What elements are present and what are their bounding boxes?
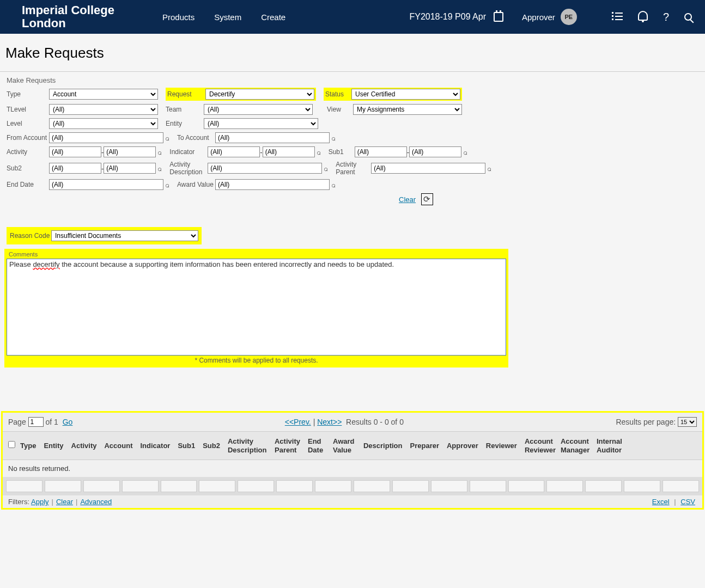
export-excel-link[interactable]: Excel [652,498,670,506]
col-approver[interactable]: Approver [445,442,481,450]
rpp-select[interactable]: 15 [678,417,697,427]
page-label: Page [8,418,26,426]
sub2-to-input[interactable] [104,163,156,174]
indicator-to-input[interactable] [263,146,315,157]
col-reviewer[interactable]: Reviewer [484,442,519,450]
col-account-reviewer[interactable]: Account Reviewer [522,437,555,454]
comments-block: Comments Please decertify the account be… [4,249,508,367]
lookup-icon[interactable]: ⌕ [331,181,336,189]
col-description[interactable]: Description [361,442,405,450]
prev-link[interactable]: <<Prev. [285,418,311,426]
filters-clear-link[interactable]: Clear [56,498,73,506]
col-sub2[interactable]: Sub2 [200,442,222,450]
help-icon[interactable]: ? [663,11,669,23]
next-link[interactable]: Next>> [317,418,342,426]
from-account-label: From Account [7,134,49,142]
search-icon[interactable] [684,11,692,23]
calendar-icon[interactable] [494,12,503,22]
select-all-checkbox[interactable] [8,441,15,448]
team-select[interactable]: (All) [204,104,313,115]
filters-advanced-link[interactable]: Advanced [80,498,112,506]
type-select[interactable]: Account [49,89,158,100]
refresh-button[interactable] [421,193,433,205]
activity-desc-input[interactable] [208,163,322,174]
section-label: Make Requests [0,72,705,88]
lookup-icon[interactable]: ⌕ [165,134,169,142]
col-entity[interactable]: Entity [41,442,65,450]
team-label: Team [166,106,204,113]
col-end-date[interactable]: End Date [306,437,327,454]
lookup-icon[interactable]: ⌕ [317,148,321,156]
reason-code-select[interactable]: Insufficient Documents [51,230,198,241]
col-award-value[interactable]: Award Value [331,437,358,454]
col-internal-auditor[interactable]: Internal Auditor [594,437,624,454]
col-account-manager[interactable]: Account Manager [558,437,591,454]
col-activity-parent[interactable]: Activity Parent [272,437,302,454]
nav-create[interactable]: Create [261,13,285,22]
col-indicator[interactable]: Indicator [138,442,172,450]
go-link[interactable]: Go [63,418,73,426]
comments-textarea[interactable]: Please decertify the account because a s… [7,259,506,356]
sub2-from-input[interactable] [49,163,101,174]
col-sub1[interactable]: Sub1 [175,442,197,450]
lookup-icon[interactable]: ⌕ [157,148,162,156]
lookup-icon[interactable]: ⌕ [324,164,328,173]
table-header: Type Entity Activity Account Indicator S… [3,431,702,460]
results-panel: Page of 1 Go <<Prev. | Next>> Results 0 … [1,411,704,510]
table-footer-row [3,477,702,495]
export-csv-link[interactable]: CSV [680,498,695,506]
lookup-icon[interactable]: ⌕ [157,164,162,173]
logo: Imperial College London [22,4,114,30]
tlevel-select[interactable]: (All) [49,104,158,115]
app-header: Imperial College London Products System … [0,0,705,34]
activity-parent-input[interactable] [371,163,485,174]
page-input[interactable] [28,417,44,427]
nav-products[interactable]: Products [162,13,195,22]
lookup-icon[interactable]: ⌕ [463,148,467,156]
view-select[interactable]: My Assignments [353,104,462,115]
activity-from-input[interactable] [49,146,101,157]
avatar[interactable]: PE [561,9,577,25]
fiscal-period[interactable]: FY2018-19 P09 Apr [409,12,486,22]
col-preparer[interactable]: Preparer [408,442,441,450]
col-type[interactable]: Type [18,442,38,450]
col-account[interactable]: Account [102,442,135,450]
role-label[interactable]: Approver [522,13,555,22]
activity-to-input[interactable] [104,146,156,157]
status-select[interactable]: User Certified [351,89,460,100]
activity-label: Activity [7,148,49,156]
lookup-icon[interactable]: ⌕ [331,134,336,142]
lookup-icon[interactable]: ⌕ [165,181,169,189]
request-select[interactable]: Decertify [205,89,314,100]
nav-system[interactable]: System [214,13,241,22]
sub1-to-input[interactable] [409,146,461,157]
sub2-label: Sub2 [7,164,49,172]
filters-panel: Type Account Request Decertify Status Us… [0,88,705,211]
logo-line1: Imperial College [22,4,114,17]
clear-filters-link[interactable]: Clear [399,195,416,204]
task-list-icon[interactable] [612,11,623,23]
col-activity-desc[interactable]: Activity Description [226,437,269,454]
notifications-icon[interactable] [638,11,648,23]
page-title: Make Requests [0,34,705,71]
refresh-icon [423,194,430,204]
reason-code-row: Reason Code Insufficient Documents [7,227,202,244]
to-account-label: To Account [177,134,215,142]
end-date-input[interactable] [49,179,163,190]
filters-apply-link[interactable]: Apply [31,498,49,506]
sub1-from-input[interactable] [355,146,407,157]
activity-desc-label: Activity Description [169,161,208,176]
entity-label: Entity [166,120,204,127]
level-select[interactable]: (All) [49,118,158,129]
from-account-input[interactable] [49,132,163,143]
col-activity[interactable]: Activity [69,442,99,450]
award-value-input[interactable] [215,179,330,190]
end-date-label: End Date [7,181,49,188]
view-label: View [327,106,353,113]
entity-select[interactable]: (All) [204,118,318,129]
indicator-from-input[interactable] [208,146,260,157]
to-account-input[interactable] [215,132,330,143]
lookup-icon[interactable]: ⌕ [487,164,491,173]
results-summary: Results 0 - 0 of 0 [346,418,404,426]
reason-code-label: Reason Code [10,232,51,240]
